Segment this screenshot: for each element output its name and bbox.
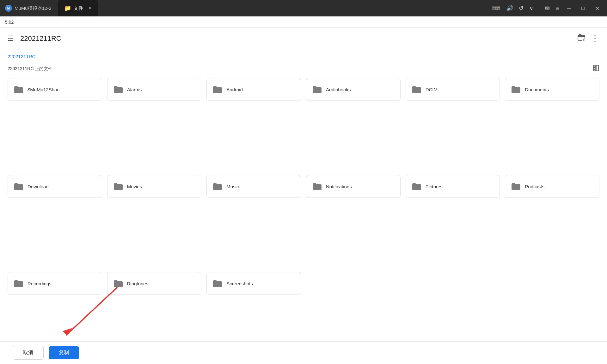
app-tab[interactable]: M MuMu模拟器12-2 bbox=[0, 0, 57, 16]
tab-name-label: 文件 bbox=[74, 5, 83, 11]
svg-rect-5 bbox=[596, 65, 598, 71]
folder-name: Movies bbox=[127, 184, 142, 189]
grid-view-button[interactable] bbox=[592, 64, 599, 73]
folder-icon bbox=[14, 279, 24, 288]
folder-item-folder-4[interactable]: Audiobooks bbox=[306, 78, 401, 101]
more-options-button[interactable]: ⋮ bbox=[591, 34, 599, 43]
folder-item-folder-15[interactable]: Screenshots bbox=[206, 272, 301, 295]
folder-item-folder-12[interactable]: Podcasts bbox=[505, 175, 599, 198]
svg-rect-3 bbox=[593, 67, 595, 69]
volume-icon[interactable]: 🔊 bbox=[506, 5, 513, 12]
maximize-button[interactable]: □ bbox=[579, 4, 587, 12]
files-label-row: 22021211RC 上的文件 bbox=[0, 62, 607, 78]
folder-item-folder-2[interactable]: Alarms bbox=[107, 78, 202, 101]
folder-item-folder-14[interactable]: Ringtones bbox=[107, 272, 202, 295]
folder-item-folder-10[interactable]: Notifications bbox=[306, 175, 401, 198]
hamburger-menu-icon[interactable]: ≡ bbox=[555, 5, 559, 12]
minimize-button[interactable]: ─ bbox=[565, 4, 573, 12]
folder-icon bbox=[412, 182, 422, 191]
folder-name: Audiobooks bbox=[326, 87, 351, 92]
folder-item-folder-6[interactable]: Documents bbox=[505, 78, 599, 101]
folder-icon bbox=[113, 182, 123, 191]
folder-item-folder-7[interactable]: Download bbox=[8, 175, 102, 198]
svg-rect-2 bbox=[593, 65, 595, 67]
dropdown-icon[interactable]: ∨ bbox=[529, 5, 533, 12]
window-close-button[interactable]: ✕ bbox=[593, 4, 602, 13]
folder-icon bbox=[511, 182, 521, 191]
folder-name: Android bbox=[226, 87, 243, 92]
folder-icon bbox=[14, 85, 24, 94]
breadcrumb-link[interactable]: 22021211RC bbox=[8, 54, 35, 59]
folder-item-folder-8[interactable]: Movies bbox=[107, 175, 202, 198]
copy-button[interactable]: 复制 bbox=[49, 346, 79, 359]
folder-icon bbox=[511, 85, 521, 94]
keyboard-icon[interactable]: ⌨ bbox=[492, 5, 500, 12]
folder-item-folder-5[interactable]: DCIM bbox=[406, 78, 500, 101]
file-tab[interactable]: 📁 文件 ✕ bbox=[58, 0, 98, 16]
folder-icon bbox=[212, 85, 223, 94]
app-name-label: MuMu模拟器12-2 bbox=[15, 5, 52, 11]
email-icon[interactable]: ✉ bbox=[545, 5, 550, 12]
cancel-button[interactable]: 取消 bbox=[13, 346, 44, 360]
close-tab-button[interactable]: ✕ bbox=[88, 6, 92, 11]
folder-name: Screenshots bbox=[226, 281, 253, 286]
folder-name: Download bbox=[28, 184, 49, 189]
folder-icon bbox=[312, 182, 322, 191]
folder-name: Music bbox=[226, 184, 239, 189]
folder-item-folder-13[interactable]: Recordings bbox=[8, 272, 102, 295]
folder-name: Podcasts bbox=[525, 184, 544, 189]
tab-folder-icon: 📁 bbox=[64, 5, 71, 12]
folder-item-folder-1[interactable]: $MuMu12Shar... bbox=[8, 78, 102, 101]
folder-name: Ringtones bbox=[127, 281, 149, 286]
status-bar: 5:02 bbox=[0, 16, 607, 28]
bottom-bar: 取消 复制 bbox=[0, 341, 607, 364]
folder-icon bbox=[14, 182, 24, 191]
folder-item-folder-11[interactable]: Pictures bbox=[406, 175, 500, 198]
app-area: ☰ 22021211RC ⋮ 22021211RC 22021211RC 上的文… bbox=[0, 28, 607, 364]
app-icon: M bbox=[5, 5, 12, 12]
header-actions: ⋮ bbox=[577, 33, 599, 44]
folder-icon bbox=[312, 85, 322, 94]
folder-name: Recordings bbox=[28, 281, 52, 286]
time-label: 5:02 bbox=[5, 20, 14, 25]
new-folder-button[interactable] bbox=[577, 33, 586, 44]
folder-icon bbox=[113, 279, 123, 288]
title-bar-actions: ⌨ 🔊 ↺ ∨ ✉ ≡ ─ □ ✕ bbox=[492, 4, 607, 13]
folder-name: Documents bbox=[525, 87, 549, 92]
divider bbox=[539, 4, 539, 12]
nav-menu-button[interactable]: ☰ bbox=[8, 34, 14, 43]
folder-name: Pictures bbox=[426, 184, 443, 189]
folder-icon bbox=[113, 85, 123, 94]
folder-icon bbox=[212, 182, 223, 191]
back-icon[interactable]: ↺ bbox=[519, 5, 524, 12]
page-title: 22021211RC bbox=[20, 34, 577, 43]
folder-name: Notifications bbox=[326, 184, 352, 189]
file-grid: $MuMu12Shar... Alarms Android Audioboo bbox=[0, 78, 607, 364]
folder-name: $MuMu12Shar... bbox=[28, 87, 62, 92]
title-bar: M MuMu模拟器12-2 📁 文件 ✕ ⌨ 🔊 ↺ ∨ ✉ ≡ ─ □ ✕ bbox=[0, 0, 607, 16]
files-section-label: 22021211RC 上的文件 bbox=[8, 66, 52, 72]
folder-icon bbox=[412, 85, 422, 94]
folder-icon bbox=[212, 279, 223, 288]
app-header: ☰ 22021211RC ⋮ bbox=[0, 28, 607, 49]
folder-name: DCIM bbox=[426, 87, 438, 92]
breadcrumb: 22021211RC bbox=[0, 49, 607, 62]
folder-name: Alarms bbox=[127, 87, 142, 92]
folder-item-folder-9[interactable]: Music bbox=[206, 175, 301, 198]
svg-rect-4 bbox=[593, 70, 595, 71]
folder-item-folder-3[interactable]: Android bbox=[206, 78, 301, 101]
